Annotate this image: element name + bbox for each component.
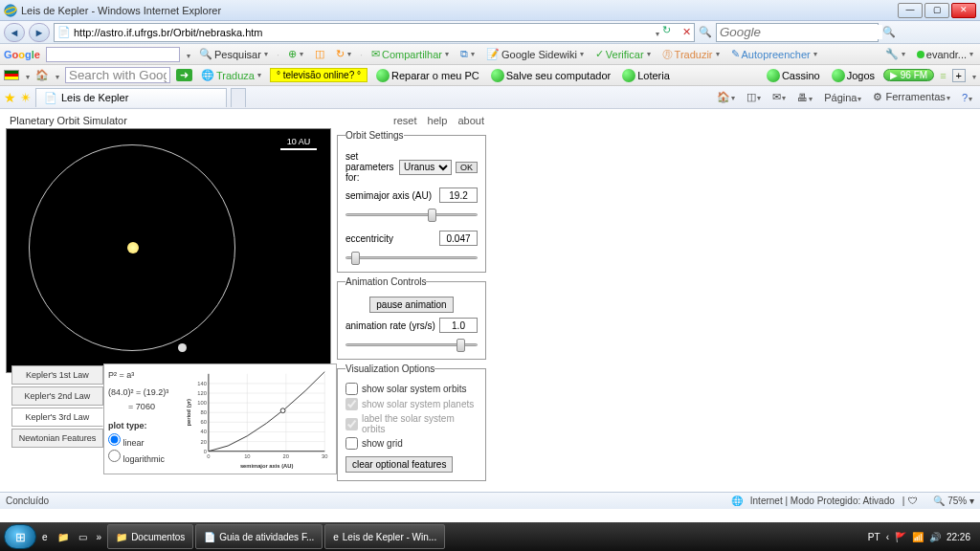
tab-kepler-1[interactable]: Kepler's 1st Law bbox=[11, 365, 103, 385]
verify-button[interactable]: ✓ Verificar bbox=[592, 48, 654, 60]
svg-text:0: 0 bbox=[207, 453, 210, 459]
scale-bar: 10 AU bbox=[280, 137, 317, 150]
search-go-icon[interactable]: 🔍 bbox=[882, 26, 896, 38]
tb-plus[interactable]: ⊕ bbox=[285, 48, 306, 60]
ok-button[interactable]: OK bbox=[456, 162, 478, 173]
svg-text:30: 30 bbox=[322, 453, 327, 459]
tb-rss[interactable]: ◫ bbox=[312, 48, 327, 60]
sma-slider[interactable] bbox=[345, 208, 478, 221]
radio-linear[interactable]: linear bbox=[108, 438, 145, 448]
task-kepler[interactable]: e Leis de Kepler - Win... bbox=[324, 524, 445, 549]
tv-online-button[interactable]: ° televisão online? ° bbox=[270, 68, 368, 82]
sidewiki-button[interactable]: 📝 Google Sidewiki bbox=[483, 48, 587, 60]
page-favicon: 📄 bbox=[57, 26, 71, 38]
ecc-slider[interactable] bbox=[345, 251, 478, 264]
user-button[interactable]: evandr... bbox=[914, 49, 976, 60]
autofill-button[interactable]: ✎ Autopreencher bbox=[728, 48, 820, 60]
stop-button[interactable]: ✕ bbox=[682, 26, 691, 38]
url-input[interactable] bbox=[74, 27, 652, 38]
flag-drop[interactable] bbox=[25, 70, 30, 81]
browser-tab[interactable]: 📄 Leis de Kepler bbox=[35, 88, 227, 107]
lang-indicator[interactable]: PT bbox=[868, 532, 880, 542]
start-button[interactable]: ⊞ bbox=[4, 524, 36, 549]
reset-link[interactable]: reset bbox=[393, 115, 416, 126]
casino-button[interactable]: Cassino bbox=[764, 69, 823, 82]
about-link[interactable]: about bbox=[457, 115, 484, 126]
mail-button[interactable]: ✉ bbox=[768, 91, 790, 103]
tab-kepler-3[interactable]: Kepler's 3rd Law bbox=[11, 408, 103, 427]
search-button[interactable]: 🔍 Pesquisar bbox=[196, 48, 271, 60]
search-input[interactable] bbox=[720, 25, 882, 39]
quick-desktop[interactable]: ▭ bbox=[75, 532, 91, 542]
extra-toolbar: 🏠 ➜ 🌐 Traduza ° televisão online? ° Repa… bbox=[0, 65, 980, 86]
maximize-button[interactable]: ▢ bbox=[924, 3, 949, 18]
go-button[interactable]: ➜ bbox=[176, 69, 192, 81]
back-button[interactable]: ◄ bbox=[4, 23, 25, 42]
bookmark-button[interactable]: ⧉ bbox=[457, 48, 478, 60]
help-menu[interactable]: ? bbox=[958, 92, 976, 103]
tray-sound-icon[interactable]: 🔊 bbox=[929, 532, 941, 542]
share-button[interactable]: ✉ Compartilhar bbox=[368, 48, 452, 60]
pause-button[interactable]: pause animation bbox=[369, 297, 453, 313]
clear-button[interactable]: clear optional features bbox=[345, 456, 453, 473]
new-tab-button[interactable] bbox=[231, 88, 246, 107]
ecc-input[interactable] bbox=[439, 231, 478, 246]
add-favorite[interactable]: ✴ bbox=[20, 90, 32, 105]
translate-button[interactable]: ㊊ Traduzir bbox=[659, 47, 723, 61]
tb-more[interactable] bbox=[971, 70, 976, 81]
chk-grid[interactable]: show grid bbox=[345, 437, 478, 450]
google-search-drop[interactable] bbox=[186, 49, 190, 60]
feeds-button[interactable]: ◫ bbox=[743, 91, 765, 103]
minimize-button[interactable]: — bbox=[898, 3, 923, 18]
search-with-google[interactable] bbox=[65, 67, 170, 83]
close-button[interactable]: ✕ bbox=[951, 3, 976, 18]
tab-newtonian[interactable]: Newtonian Features bbox=[11, 429, 103, 448]
rate-slider[interactable] bbox=[345, 338, 478, 351]
traduza-button[interactable]: 🌐 Traduza bbox=[198, 69, 264, 81]
quick-chevron[interactable]: » bbox=[93, 532, 106, 542]
tray-network-icon[interactable]: 📶 bbox=[912, 532, 924, 542]
page-menu[interactable]: Página bbox=[820, 92, 865, 103]
rate-input[interactable] bbox=[439, 318, 478, 333]
fm-button[interactable]: ▶ 96 FM bbox=[883, 69, 934, 81]
print-button[interactable]: 🖶 bbox=[793, 92, 816, 103]
planet-select[interactable]: Uranus bbox=[399, 160, 452, 175]
repair-button[interactable]: Reparar o meu PC bbox=[373, 69, 482, 82]
lottery-button[interactable]: Loteria bbox=[619, 69, 673, 82]
url-field[interactable]: 📄 ↻ ✕ bbox=[54, 23, 695, 42]
clock[interactable]: 22:26 bbox=[947, 532, 970, 542]
svg-text:10: 10 bbox=[244, 453, 250, 459]
home-drop[interactable] bbox=[55, 70, 59, 81]
browser-search[interactable]: 🔍 bbox=[716, 23, 879, 42]
google-search-input[interactable] bbox=[46, 47, 180, 62]
refresh-button[interactable]: ↻ bbox=[662, 24, 679, 41]
window-titlebar: Leis de Kepler - Windows Internet Explor… bbox=[0, 0, 980, 21]
home-icon[interactable]: 🏠 bbox=[35, 69, 49, 81]
favorites-star[interactable]: ★ bbox=[4, 90, 16, 105]
tab-kepler-2[interactable]: Kepler's 2nd Law bbox=[11, 386, 103, 406]
tb-refresh[interactable]: ↻ bbox=[333, 48, 354, 60]
task-guide[interactable]: 📄 Guia de atividades F... bbox=[195, 524, 323, 549]
home-tab-button[interactable]: 🏠 bbox=[713, 91, 739, 103]
tb-plus2[interactable]: + bbox=[952, 69, 966, 82]
tray-flag-icon[interactable]: 🚩 bbox=[895, 532, 906, 542]
quick-explorer[interactable]: 📁 bbox=[54, 532, 73, 542]
url-dropdown[interactable] bbox=[655, 27, 659, 38]
tray-chevron[interactable]: ‹ bbox=[886, 532, 889, 542]
chk-orbits[interactable]: show solar system orbits bbox=[345, 383, 478, 395]
tools-menu[interactable]: ⚙ Ferramentas bbox=[869, 91, 953, 103]
page-content: Planetary Orbit Simulator reset help abo… bbox=[0, 109, 980, 509]
sma-input[interactable] bbox=[439, 187, 478, 203]
quick-ie[interactable]: e bbox=[38, 532, 52, 542]
flag-icon[interactable] bbox=[4, 70, 19, 80]
games-button[interactable]: Jogos bbox=[829, 69, 878, 82]
help-link[interactable]: help bbox=[428, 115, 448, 126]
save-pc-button[interactable]: Salve seu computador bbox=[488, 69, 613, 82]
zoom-label[interactable]: 🔍 75% ▾ bbox=[933, 496, 974, 506]
task-documents[interactable]: 📁 Documentos bbox=[107, 524, 193, 549]
forward-button[interactable]: ► bbox=[29, 23, 50, 42]
plot-type-label: plot type: bbox=[108, 419, 175, 432]
tb-eq[interactable]: ≡ bbox=[940, 70, 946, 81]
wrench-button[interactable]: 🔧 bbox=[882, 48, 908, 60]
radio-log[interactable]: logarithmic bbox=[108, 454, 165, 464]
